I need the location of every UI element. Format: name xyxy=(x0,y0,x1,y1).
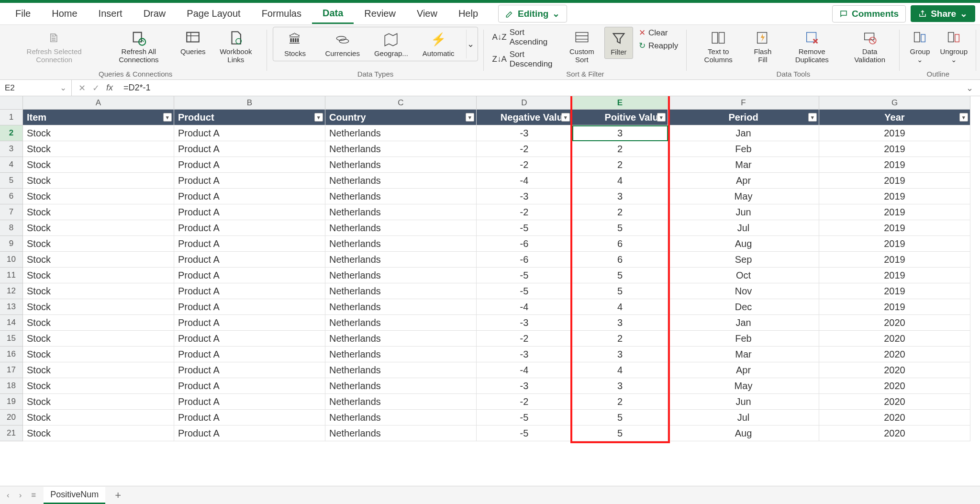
menu-data[interactable]: Data xyxy=(312,4,354,24)
cell[interactable]: -3 xyxy=(477,347,572,362)
cell[interactable]: 3 xyxy=(572,378,668,394)
column-header-C[interactable]: C xyxy=(325,96,477,110)
filter-button[interactable]: Filter xyxy=(604,27,633,59)
cell[interactable]: -3 xyxy=(477,315,572,331)
cell[interactable]: -2 xyxy=(477,141,572,157)
cell[interactable]: Stock xyxy=(23,236,174,252)
table-header-cell[interactable]: Negative Value▾ xyxy=(477,110,572,125)
cell[interactable]: -2 xyxy=(477,157,572,173)
row-header[interactable]: 16 xyxy=(0,347,23,362)
cell[interactable]: 3 xyxy=(572,347,668,362)
table-header-cell[interactable]: Country▾ xyxy=(325,110,477,125)
cell[interactable]: Netherlands xyxy=(325,299,477,315)
menu-help[interactable]: Help xyxy=(448,4,489,23)
column-header-D[interactable]: D xyxy=(477,96,572,110)
cancel-formula-icon[interactable]: ✕ xyxy=(78,83,86,93)
cell[interactable]: Stock xyxy=(23,362,174,378)
cell[interactable]: Jul xyxy=(668,220,819,236)
cell[interactable]: Mar xyxy=(668,157,819,173)
menu-home[interactable]: Home xyxy=(41,4,88,23)
all-sheets-button[interactable]: ≡ xyxy=(29,489,38,502)
cell[interactable]: Netherlands xyxy=(325,394,477,410)
cell[interactable]: Product A xyxy=(174,426,325,441)
cell[interactable]: Jun xyxy=(668,394,819,410)
row-header[interactable]: 12 xyxy=(0,283,23,299)
cell[interactable]: Netherlands xyxy=(325,331,477,347)
cell[interactable]: Jan xyxy=(668,315,819,331)
cell[interactable]: Stock xyxy=(23,252,174,268)
table-header-cell[interactable]: Item▾ xyxy=(23,110,174,125)
geography-button[interactable]: Geograp... xyxy=(371,29,411,60)
cell[interactable]: 5 xyxy=(572,268,668,283)
cell[interactable]: 2020 xyxy=(819,378,970,394)
cell[interactable]: -3 xyxy=(477,125,572,141)
cell[interactable]: Stock xyxy=(23,204,174,220)
cell[interactable]: -5 xyxy=(477,426,572,441)
column-header-B[interactable]: B xyxy=(174,96,325,110)
menu-view[interactable]: View xyxy=(406,4,448,23)
cell[interactable]: 2019 xyxy=(819,283,970,299)
cell[interactable]: 2019 xyxy=(819,173,970,189)
cell[interactable]: Stock xyxy=(23,378,174,394)
sheet-nav-prev[interactable]: ‹ xyxy=(5,489,11,502)
cell[interactable]: 2019 xyxy=(819,125,970,141)
cell[interactable]: 2020 xyxy=(819,362,970,378)
cell[interactable]: Netherlands xyxy=(325,220,477,236)
cell[interactable]: Stock xyxy=(23,331,174,347)
remove-duplicates-button[interactable]: Remove Duplicates xyxy=(781,27,843,66)
menu-draw[interactable]: Draw xyxy=(133,4,177,23)
cell[interactable]: Netherlands xyxy=(325,315,477,331)
cell[interactable]: Jan xyxy=(668,125,819,141)
menu-insert[interactable]: Insert xyxy=(88,4,133,23)
cell[interactable]: Netherlands xyxy=(325,426,477,441)
text-to-columns-button[interactable]: Text to Columns xyxy=(692,27,744,66)
cell[interactable]: 2019 xyxy=(819,236,970,252)
cell[interactable]: Netherlands xyxy=(325,189,477,204)
row-header[interactable]: 18 xyxy=(0,378,23,394)
filter-toggle[interactable]: ▾ xyxy=(466,113,474,122)
cell[interactable]: -6 xyxy=(477,252,572,268)
cell[interactable]: 2 xyxy=(572,331,668,347)
column-header-G[interactable]: G xyxy=(819,96,970,110)
cell[interactable]: 5 xyxy=(572,220,668,236)
currencies-button[interactable]: Currencies xyxy=(322,29,363,60)
cell[interactable]: Stock xyxy=(23,220,174,236)
filter-toggle[interactable]: ▾ xyxy=(314,113,323,122)
custom-sort-button[interactable]: Custom Sort xyxy=(562,27,601,66)
cell[interactable]: 2019 xyxy=(819,299,970,315)
refresh-all-button[interactable]: Refresh All Connections xyxy=(101,27,176,66)
sort-ascending-button[interactable]: A↓ZSort Ascending xyxy=(490,27,559,48)
cell[interactable]: -5 xyxy=(477,268,572,283)
cell[interactable]: -4 xyxy=(477,362,572,378)
cell[interactable]: -4 xyxy=(477,173,572,189)
cell[interactable]: 2 xyxy=(572,204,668,220)
cell[interactable]: Stock xyxy=(23,268,174,283)
editing-mode-button[interactable]: Editing ⌄ xyxy=(498,5,567,22)
cell[interactable]: 5 xyxy=(572,410,668,426)
cell[interactable]: Netherlands xyxy=(325,252,477,268)
row-header[interactable]: 17 xyxy=(0,362,23,378)
cell[interactable]: May xyxy=(668,378,819,394)
accept-formula-icon[interactable]: ✓ xyxy=(92,83,100,93)
filter-toggle[interactable]: ▾ xyxy=(561,113,570,122)
cell[interactable]: 2020 xyxy=(819,347,970,362)
cell[interactable]: 6 xyxy=(572,236,668,252)
menu-file[interactable]: File xyxy=(5,4,41,23)
cell[interactable]: Stock xyxy=(23,410,174,426)
cell[interactable]: Product A xyxy=(174,268,325,283)
cell[interactable]: Aug xyxy=(668,426,819,441)
cell[interactable]: Apr xyxy=(668,173,819,189)
cell[interactable]: -6 xyxy=(477,236,572,252)
row-header[interactable]: 20 xyxy=(0,410,23,426)
column-header-E[interactable]: E xyxy=(572,96,668,110)
cell[interactable]: Netherlands xyxy=(325,125,477,141)
cell[interactable]: 2 xyxy=(572,141,668,157)
column-header-A[interactable]: A xyxy=(23,96,174,110)
cell[interactable]: 4 xyxy=(572,173,668,189)
cell[interactable]: Product A xyxy=(174,410,325,426)
cell[interactable]: 6 xyxy=(572,252,668,268)
cell[interactable]: Stock xyxy=(23,173,174,189)
cell[interactable]: Product A xyxy=(174,347,325,362)
cell[interactable]: Stock xyxy=(23,299,174,315)
cell[interactable]: 3 xyxy=(572,189,668,204)
